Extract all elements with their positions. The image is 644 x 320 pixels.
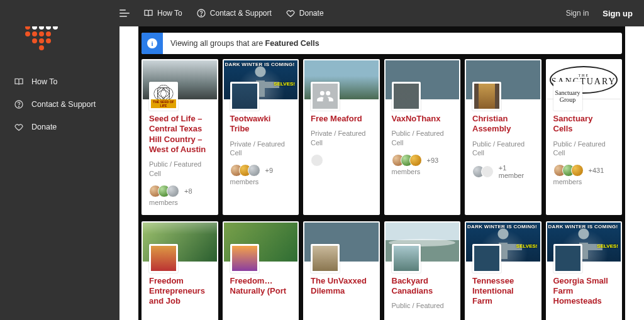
card-thumb: [472, 82, 501, 111]
book-icon: [14, 77, 24, 87]
group-card[interactable]: Christian Assembly Public / Featured Cel…: [465, 59, 541, 215]
group-card[interactable]: Free Meaford Private / Featured Cell: [303, 59, 380, 215]
group-meta: Private / Featured Cell: [230, 140, 292, 158]
group-card[interactable]: DARK WINTER IS COMING! SELVES! Teotwawki…: [223, 59, 299, 215]
group-card[interactable]: DARK WINTER IS COMING! SELVES! Tennessee…: [465, 221, 541, 320]
member-avatars: +93: [392, 154, 453, 167]
group-meta: Public / Featured Cell: [392, 129, 453, 148]
group-card[interactable]: THESANCTUARY SanctuaryGroup Sanctuary Ce…: [546, 59, 623, 215]
group-grid-row-1: Seed of Life – Central Texas Hill Countr…: [142, 59, 622, 215]
card-thumb: SanctuaryGroup: [553, 82, 582, 111]
group-meta: Public / Featured: [392, 301, 453, 311]
group-card[interactable]: Backyard Canadians Public / Featured: [384, 221, 461, 320]
sidebar: How To Contact & Support Donate: [0, 0, 119, 320]
group-meta: Public / Featured Cell: [472, 140, 534, 158]
group-card[interactable]: The UnVaxxed Dilemma: [303, 221, 380, 320]
topnav-label: How To: [157, 9, 182, 18]
sidebar-item-contact[interactable]: Contact & Support: [0, 93, 119, 116]
members-label: members: [392, 168, 453, 175]
group-card[interactable]: Freedom… Naturally (Port: [223, 221, 299, 320]
sidebar-item-donate[interactable]: Donate: [0, 116, 119, 138]
group-card[interactable]: DARK WINTER IS COMING! SELVES! Georgia S…: [546, 221, 623, 320]
card-thumb: [230, 244, 259, 273]
group-title[interactable]: Freedom… Naturally (Port: [230, 276, 292, 297]
sidebar-item-howto[interactable]: How To: [0, 70, 119, 93]
group-title[interactable]: Georgia Small Farm Homesteads: [553, 276, 615, 307]
signup-link[interactable]: Sign up: [602, 9, 633, 18]
group-card[interactable]: VaxNoThanx Public / Featured Cell +93 me…: [384, 59, 461, 215]
heart-icon: [14, 122, 24, 132]
member-avatars: +8: [149, 185, 211, 197]
card-thumb: [149, 82, 178, 111]
menu-toggle-icon[interactable]: [119, 9, 130, 17]
group-title[interactable]: Backyard Canadians: [392, 276, 453, 297]
topnav-contact[interactable]: Contact & Support: [196, 8, 272, 18]
group-title[interactable]: The UnVaxxed Dilemma: [311, 276, 372, 297]
card-thumb: [472, 244, 501, 273]
card-thumb: [311, 82, 340, 111]
member-avatars: +9: [230, 164, 292, 177]
group-title[interactable]: Christian Assembly: [472, 114, 534, 135]
members-label: members: [230, 178, 292, 185]
book-icon: [143, 8, 153, 18]
member-avatars: +1 member: [472, 164, 534, 179]
svg-point-1: [18, 106, 19, 107]
member-avatars: [311, 154, 372, 167]
card-thumb: [553, 244, 582, 273]
signin-link[interactable]: Sign in: [566, 9, 589, 18]
group-card[interactable]: Freedom Entrepreneurs and Job: [142, 221, 218, 320]
card-thumb: [230, 82, 259, 111]
members-label: members: [149, 199, 211, 206]
group-meta: Public / Featured Cell: [149, 160, 211, 179]
help-circle-icon: [196, 8, 206, 18]
topnav-label: Contact & Support: [210, 9, 272, 18]
members-label: members: [553, 178, 615, 185]
group-meta: Public / Featured Cell: [553, 140, 615, 158]
help-circle-icon: [14, 99, 24, 109]
group-title[interactable]: Free Meaford: [311, 114, 372, 124]
card-thumb: [149, 244, 178, 273]
svg-point-3: [201, 15, 201, 16]
sidebar-label: How To: [31, 77, 57, 86]
member-avatars: +431: [553, 164, 615, 177]
group-title[interactable]: Seed of Life – Central Texas Hill Countr…: [149, 114, 211, 155]
topnav-howto[interactable]: How To: [143, 8, 182, 18]
group-title[interactable]: Sanctuary Cells: [553, 114, 615, 135]
group-title[interactable]: Teotwawki Tribe: [230, 114, 292, 135]
heart-icon: [286, 8, 296, 18]
group-title[interactable]: Freedom Entrepreneurs and Job: [149, 276, 211, 307]
topnav-label: Donate: [299, 9, 324, 18]
group-card[interactable]: Seed of Life – Central Texas Hill Countr…: [142, 59, 218, 215]
main: i Viewing all groups that are Featured C…: [119, 0, 644, 320]
topnav-donate[interactable]: Donate: [286, 8, 324, 18]
info-icon: i: [142, 33, 163, 54]
card-thumb: [311, 244, 340, 273]
group-grid-row-2: Freedom Entrepreneurs and Job Freedom… N…: [142, 221, 622, 320]
group-title[interactable]: Tennessee Intentional Farm: [472, 276, 534, 307]
topbar: How To Contact & Support Donate Sign in …: [0, 0, 644, 26]
filter-notice-text: Viewing all groups that are Featured Cel…: [163, 39, 319, 48]
card-thumb: [392, 244, 421, 273]
content-area: i Viewing all groups that are Featured C…: [119, 26, 644, 320]
card-thumb: [392, 82, 421, 111]
sidebar-label: Contact & Support: [31, 100, 96, 109]
group-title[interactable]: VaxNoThanx: [392, 114, 453, 124]
filter-notice: i Viewing all groups that are Featured C…: [142, 33, 622, 54]
group-meta: Private / Featured Cell: [311, 129, 372, 148]
sidebar-label: Donate: [31, 123, 57, 131]
